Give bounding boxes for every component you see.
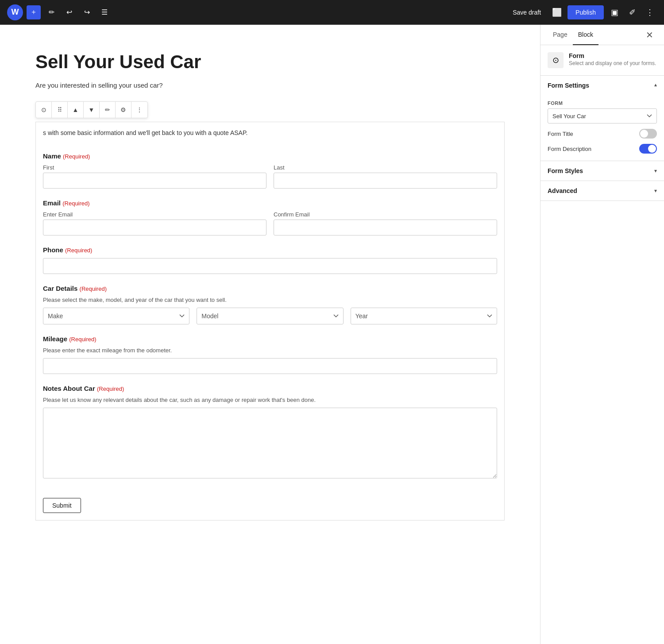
car-details-field-label: Car Details (Required) xyxy=(43,285,497,292)
name-field-group: Name (Required) First Last xyxy=(43,152,497,189)
notes-field-label: Notes About Car (Required) xyxy=(43,385,497,392)
drag-handle[interactable]: ⠿ xyxy=(52,102,68,118)
form-select-label: FORM xyxy=(548,100,657,106)
block-more-button[interactable]: ⋮ xyxy=(131,102,147,118)
form-styles-toggle[interactable]: Form Styles ▾ xyxy=(540,161,664,181)
form-settings-toggle[interactable]: Form Settings ▾ xyxy=(540,76,664,95)
phone-field-label: Phone (Required) xyxy=(43,246,497,254)
make-dropdown-col: Make xyxy=(43,308,189,324)
toolbar-right: Save draft ⬜ Publish ▣ ✐ ⋮ xyxy=(507,5,657,19)
phone-input[interactable] xyxy=(43,258,497,274)
block-type-button[interactable]: ⊙ xyxy=(36,102,52,118)
form-description-toggle[interactable] xyxy=(639,144,657,154)
enter-email-label: Enter Email xyxy=(43,211,266,218)
sidebar-icon: ▣ xyxy=(611,8,618,17)
tab-block[interactable]: Block xyxy=(573,25,598,45)
form-styles-section: Form Styles ▾ xyxy=(540,161,664,181)
confirm-email-input[interactable] xyxy=(274,220,497,235)
move-up-button[interactable]: ▲ xyxy=(68,102,84,118)
form-selector[interactable]: Sell Your Car xyxy=(548,108,657,123)
enter-email-col: Enter Email xyxy=(43,211,266,235)
form-description-toggle-label: Form Description xyxy=(548,146,591,152)
ellipsis-icon: ⋮ xyxy=(646,8,654,17)
form-settings-chevron: ▾ xyxy=(654,82,657,89)
form-title-toggle[interactable] xyxy=(639,129,657,139)
settings-panel-button[interactable]: ▣ xyxy=(607,5,622,19)
model-select[interactable]: Model xyxy=(197,308,343,324)
car-details-description: Please select the make, model, and year … xyxy=(43,297,497,303)
block-settings-button[interactable]: ⚙ xyxy=(116,102,131,118)
email-field-label: Email (Required) xyxy=(43,199,497,207)
page-title: Sell Your Used Car xyxy=(35,51,505,73)
publish-button[interactable]: Publish xyxy=(567,5,604,19)
form-block-icon: ⊙ xyxy=(552,55,559,65)
make-select[interactable]: Make xyxy=(43,308,189,324)
form-title-toggle-row: Form Title xyxy=(548,129,657,139)
list-icon: ☰ xyxy=(101,8,108,16)
sidebar-tabs: Page Block ✕ xyxy=(540,25,664,45)
notes-description: Please let us know any relevant details … xyxy=(43,397,497,403)
form-styles-chevron: ▾ xyxy=(654,168,657,174)
form-block: s with some basic information and we'll … xyxy=(35,122,505,521)
add-block-button[interactable]: ＋ xyxy=(27,5,41,19)
wordpress-logo[interactable]: W xyxy=(7,4,23,20)
page-description: Are you interested in selling your used … xyxy=(35,81,505,89)
form-settings-section: Form Settings ▾ FORM Sell Your Car Form … xyxy=(540,76,664,161)
edit-icon: ✐ xyxy=(629,8,636,17)
notes-textarea[interactable] xyxy=(43,408,497,478)
mileage-field-group: Mileage (Required) Please enter the exac… xyxy=(43,335,497,374)
tools-button[interactable]: ✏ xyxy=(44,5,58,19)
options-button[interactable]: ⋮ xyxy=(643,5,657,19)
sidebar: Page Block ✕ ⊙ Form Select and display o… xyxy=(540,25,664,644)
form-description-toggle-row: Form Description xyxy=(548,144,657,154)
first-name-col: First xyxy=(43,164,266,189)
first-name-input[interactable] xyxy=(43,173,266,189)
year-select[interactable]: Year xyxy=(351,308,497,324)
advanced-chevron: ▾ xyxy=(654,188,657,194)
mileage-field-label: Mileage (Required) xyxy=(43,335,497,343)
advanced-section: Advanced ▾ xyxy=(540,181,664,201)
form-settings-title: Form Settings xyxy=(548,82,589,89)
email-field-row: Enter Email Confirm Email xyxy=(43,211,497,235)
last-name-input[interactable] xyxy=(274,173,497,189)
editor-area: Sell Your Used Car Are you interested in… xyxy=(0,25,540,644)
confirm-email-col: Confirm Email xyxy=(274,211,497,235)
email-field-group: Email (Required) Enter Email Confirm Ema… xyxy=(43,199,497,235)
name-field-row: First Last xyxy=(43,164,497,189)
edit-pencil-button[interactable]: ✏ xyxy=(100,102,116,118)
enter-email-input[interactable] xyxy=(43,220,266,235)
form-content: Name (Required) First Last xyxy=(36,145,504,520)
notes-field-group: Notes About Car (Required) Please let us… xyxy=(43,385,497,480)
mileage-input[interactable] xyxy=(43,358,497,374)
form-title-knob xyxy=(640,130,648,138)
sidebar-block-info: ⊙ Form Select and display one of your fo… xyxy=(540,45,664,76)
list-view-button[interactable]: ☰ xyxy=(97,5,112,19)
confirm-email-label: Confirm Email xyxy=(274,211,497,218)
first-name-label: First xyxy=(43,164,266,171)
save-draft-button[interactable]: Save draft xyxy=(507,6,546,19)
submit-button[interactable]: Submit xyxy=(43,498,81,513)
model-dropdown-col: Model xyxy=(197,308,343,324)
block-desc: Select and display one of your forms. xyxy=(569,60,656,66)
advanced-title: Advanced xyxy=(548,187,577,194)
year-dropdown-col: Year xyxy=(351,308,497,324)
redo-icon: ↪ xyxy=(84,8,90,16)
phone-field-group: Phone (Required) xyxy=(43,246,497,274)
form-description-knob xyxy=(648,145,656,153)
block-name: Form xyxy=(569,52,656,59)
tab-page[interactable]: Page xyxy=(548,25,573,45)
redo-button[interactable]: ↪ xyxy=(80,5,94,19)
more-tools-button[interactable]: ✐ xyxy=(625,5,639,19)
last-name-label: Last xyxy=(274,164,497,171)
block-icon: ⊙ xyxy=(548,52,564,68)
gear-icon: ⚙ xyxy=(120,106,126,113)
down-icon: ▼ xyxy=(89,106,95,113)
undo-button[interactable]: ↩ xyxy=(62,5,76,19)
preview-button[interactable]: ⬜ xyxy=(550,5,564,19)
toolbar: W ＋ ✏ ↩ ↪ ☰ Save draft ⬜ Publish ▣ ✐ ⋮ xyxy=(0,0,664,25)
pencil-icon: ✏ xyxy=(105,106,110,113)
move-down-button[interactable]: ▼ xyxy=(84,102,100,118)
close-sidebar-button[interactable]: ✕ xyxy=(642,25,657,45)
advanced-toggle[interactable]: Advanced ▾ xyxy=(540,181,664,201)
car-details-field-group: Car Details (Required) Please select the… xyxy=(43,285,497,324)
